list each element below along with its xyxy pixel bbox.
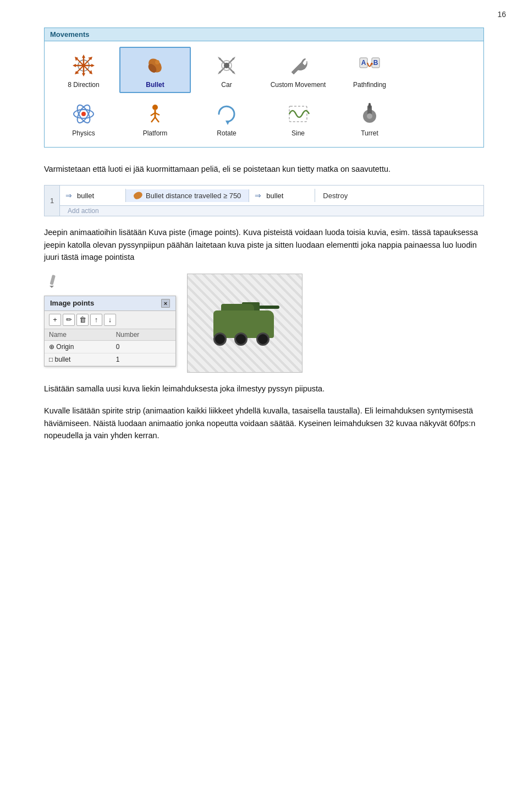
- event-number: 1: [45, 186, 60, 216]
- movement-item-sine[interactable]: Sine: [262, 95, 334, 141]
- sine-icon: [285, 101, 311, 127]
- movement-label-rotate: Rotate: [217, 129, 236, 137]
- movement-label-pathfinding: Pathfinding: [353, 81, 386, 89]
- svg-point-28: [224, 63, 229, 68]
- toolbar-down-button[interactable]: ↓: [104, 314, 116, 326]
- svg-marker-8: [91, 64, 95, 67]
- svg-point-50: [367, 113, 372, 119]
- movement-item-rotate[interactable]: Rotate: [191, 95, 262, 141]
- page-number: 16: [497, 10, 506, 19]
- svg-line-43: [151, 117, 155, 122]
- paragraph-3: Lisätään samalla uusi kuva liekin leimah…: [44, 383, 484, 395]
- row-bullet-name: □ bullet: [45, 353, 112, 366]
- event-condition2: ⇒ bullet: [249, 189, 315, 202]
- movement-label-car: Car: [221, 81, 232, 89]
- movements-grid: 8 Direction Bullet: [45, 41, 483, 147]
- event-condition: ⇒ bullet: [60, 189, 126, 202]
- event-condition-object: bullet: [77, 192, 94, 200]
- bullet-trigger-icon: [133, 191, 144, 201]
- turret-icon: [356, 101, 383, 127]
- jeep-wheel-1: [213, 333, 227, 346]
- image-points-toolbar: + ✏ 🗑 ↑ ↓: [45, 311, 175, 329]
- bullet-icon: [142, 52, 168, 79]
- svg-text:A: A: [361, 59, 366, 67]
- row-bullet-number: 1: [112, 353, 175, 366]
- event-action-object: bullet: [266, 192, 283, 200]
- add-action-label: Add action: [68, 207, 99, 215]
- svg-rect-46: [289, 106, 307, 122]
- pencil-above-icon: [44, 274, 59, 292]
- movements-row-2: Physics P: [48, 95, 480, 141]
- movement-label-physics: Physics: [72, 129, 95, 137]
- event-trigger-label: Bullet distance travelled ≥ 750: [146, 192, 241, 200]
- svg-marker-2: [82, 55, 85, 58]
- event-add-action[interactable]: Add action: [60, 205, 483, 216]
- movement-item-physics[interactable]: Physics: [48, 95, 119, 141]
- svg-text:B: B: [373, 59, 378, 67]
- movement-label-platform: Platform: [143, 129, 168, 137]
- svg-point-39: [152, 105, 158, 110]
- movement-label-sine: Sine: [292, 129, 305, 137]
- jeep-wheel-3: [256, 333, 270, 346]
- dialog-container: Image points × + ✏ 🗑 ↑ ↓ Name Number: [44, 274, 176, 367]
- image-points-table: Name Number ⊕ Origin 0 □ bullet 1: [45, 329, 175, 366]
- movement-label-custom: Custom Movement: [271, 81, 326, 89]
- svg-marker-4: [82, 73, 85, 77]
- svg-point-19: [155, 60, 160, 64]
- svg-point-38: [81, 112, 86, 116]
- movement-item-turret[interactable]: Turret: [334, 95, 405, 141]
- movements-header: Movements: [45, 28, 483, 41]
- svg-marker-52: [50, 286, 54, 288]
- svg-rect-51: [50, 275, 56, 285]
- platform-icon: [142, 101, 168, 127]
- event-action-label: Destroy: [323, 192, 348, 200]
- movements-panel: Movements: [44, 28, 484, 148]
- movement-label-bullet: Bullet: [146, 81, 164, 89]
- paragraph-4: Kuvalle lisätään spirite strip (animaati…: [44, 405, 484, 442]
- movement-item-platform[interactable]: Platform: [119, 95, 191, 141]
- svg-line-44: [155, 117, 159, 122]
- movement-label-turret: Turret: [361, 129, 378, 137]
- custom-icon: [285, 52, 311, 79]
- physics-icon: [70, 101, 97, 127]
- movement-item-custom[interactable]: Custom Movement: [262, 47, 334, 93]
- paragraph-2: Jeepin animaatioihin lisätään Kuva piste…: [44, 226, 484, 263]
- jeep-vehicle: [209, 298, 280, 348]
- movement-item-bullet[interactable]: Bullet: [119, 47, 191, 93]
- image-points-title: Image points: [50, 299, 94, 307]
- table-row[interactable]: ⊕ Origin 0: [45, 340, 175, 353]
- movement-label-8direction: 8 Direction: [68, 81, 99, 89]
- 8direction-icon: [70, 52, 97, 79]
- movement-item-8direction[interactable]: 8 Direction: [48, 47, 119, 93]
- paragraph-1: Varmistetaan että luoti ei jää kuormitta…: [44, 163, 484, 175]
- svg-rect-49: [369, 103, 371, 108]
- condition-arrow-icon: ⇒: [65, 191, 72, 200]
- jeep-preview: [187, 274, 302, 373]
- svg-marker-6: [73, 64, 76, 67]
- toolbar-delete-button[interactable]: 🗑: [76, 314, 89, 326]
- col-number-header: Number: [112, 329, 175, 341]
- toolbar-add-button[interactable]: +: [49, 314, 61, 326]
- movements-row-1: 8 Direction Bullet: [48, 47, 480, 93]
- image-points-dialog: Image points × + ✏ 🗑 ↑ ↓ Name Number: [44, 296, 176, 367]
- movement-item-car[interactable]: Car: [191, 47, 262, 93]
- toolbar-edit-button[interactable]: ✏: [63, 314, 75, 326]
- toolbar-up-button[interactable]: ↑: [90, 314, 102, 326]
- event-action: Destroy: [315, 189, 359, 202]
- jeep-barrel: [258, 306, 279, 309]
- movement-item-pathfinding[interactable]: A B Pathfinding: [334, 47, 405, 93]
- row-origin-number: 0: [112, 340, 175, 353]
- dialog-close-button[interactable]: ×: [161, 299, 170, 308]
- event-main-row: ⇒ bullet Bullet distance travelled ≥ 750…: [60, 186, 483, 205]
- table-row[interactable]: □ bullet 1: [45, 353, 175, 366]
- image-points-titlebar: Image points ×: [45, 296, 175, 311]
- condition2-arrow-icon: ⇒: [255, 191, 261, 200]
- pathfinding-icon: A B: [356, 52, 383, 79]
- svg-marker-45: [226, 121, 230, 125]
- event-rows-col: ⇒ bullet Bullet distance travelled ≥ 750…: [60, 186, 483, 216]
- event-row: 1 ⇒ bullet Bullet distance travelled ≥ 7…: [44, 185, 484, 216]
- event-trigger[interactable]: Bullet distance travelled ≥ 750: [126, 189, 249, 202]
- col-name-header: Name: [45, 329, 112, 341]
- row-origin-name: ⊕ Origin: [45, 340, 112, 353]
- jeep-wheel-2: [234, 333, 248, 346]
